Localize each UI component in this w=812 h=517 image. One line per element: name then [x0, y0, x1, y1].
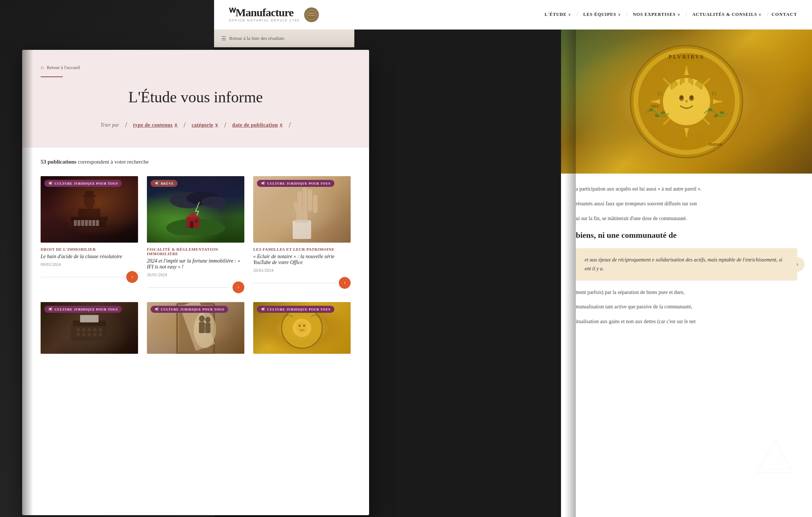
card-2-arrow[interactable]: › — [233, 281, 244, 293]
breadcrumb-text: Retour à l'accueil — [47, 65, 80, 71]
svg-rect-52 — [205, 323, 210, 333]
card-2-category: fiscalité & réglementation immobilière — [147, 247, 244, 256]
filter-type-contenus[interactable]: type de contenus ∨ — [133, 122, 178, 128]
card-3-footer: › — [253, 277, 351, 289]
card-4[interactable]: 📢 CULTURE JURIDIQUE POUR TOUS — [41, 302, 138, 358]
svg-point-41 — [87, 333, 91, 336]
actualites-chevron: ∨ — [758, 13, 761, 17]
results-number: 53 publications — [41, 159, 76, 165]
svg-text:NEC: NEC — [651, 104, 660, 108]
svg-text:H: H — [657, 90, 662, 97]
filter-slash-2: / — [184, 121, 186, 129]
cards-row-2: 📢 CULTURE JURIDIQUE POUR TOUS — [41, 302, 351, 358]
results-count: 53 publications correspondent à votre re… — [41, 159, 351, 165]
svg-point-49 — [199, 315, 205, 322]
etude-chevron: ∨ — [568, 13, 571, 17]
nav-item-expertises[interactable]: NOS EXPERTISES ∨ — [631, 10, 682, 19]
return-to-results-bar[interactable]: ☰ Retour à la liste des résultats — [214, 30, 354, 47]
article-text-5: mutualisation tant active que passive de… — [576, 302, 797, 311]
article-hero-image: PLVRIBVS — [561, 30, 812, 174]
article-text-6: itualisation aux gains et non aux dettes… — [576, 317, 797, 326]
filter-chevron-2: ∨ — [215, 122, 219, 128]
card-6-image: PLVRIBVS 📢 CULTURE JURIDIQUE POUR TOUS — [253, 302, 351, 354]
card-3-date: 26/01/2024 — [253, 268, 351, 273]
card-1[interactable]: 📢 CULTURE JURIDIQUE POUR TOUS Droit de l… — [41, 176, 138, 293]
filter-slash-4: / — [289, 121, 291, 129]
return-text: Retour à la liste des résultats — [229, 35, 284, 41]
svg-rect-8 — [78, 220, 80, 226]
card-1-category: Droit de l'immobilier — [41, 247, 138, 251]
card-4-badge: 📢 CULTURE JURIDIQUE POUR TOUS — [44, 306, 122, 313]
equipes-chevron: ∨ — [618, 13, 621, 17]
card-1-date: 09/03/2024 — [41, 262, 138, 267]
results-section: 53 publications correspondent à votre re… — [22, 148, 369, 369]
main-panel: ⌂ Retour à l'accueil L'Étude vous inform… — [22, 50, 369, 515]
card-3-line — [253, 283, 336, 283]
cards-row-1: 📢 CULTURE JURIDIQUE POUR TOUS Droit de l… — [41, 176, 351, 293]
svg-point-51 — [205, 317, 210, 323]
nav-item-equipes[interactable]: LES ÉQUIPES ∨ — [581, 10, 623, 19]
card-3-category: Les familles et leur patrimoine — [253, 247, 351, 251]
breadcrumb[interactable]: ⌂ Retour à l'accueil — [41, 65, 351, 71]
filter-categorie[interactable]: catégorie ∨ — [192, 122, 218, 128]
card-2[interactable]: 📢 BRÈVE fiscalité & réglementation immob… — [147, 176, 244, 293]
list-icon: ☰ — [221, 35, 226, 42]
svg-point-57 — [303, 325, 305, 327]
svg-point-37 — [93, 328, 97, 332]
logo-subtitle: OFFICE NOTARIAL DEPUIS 1785 — [229, 19, 300, 22]
nav-menu: L'ÉTUDE ∨ / LES ÉQUIPES ∨ / NOS EXPERTIS… — [543, 10, 797, 19]
svg-text:IMPAR: IMPAR — [709, 142, 723, 147]
svg-rect-12 — [92, 220, 95, 226]
triangle-decoration — [753, 436, 797, 480]
card-5-badge: 📢 CULTURE JURIDIQUE POUR TOUS — [151, 306, 228, 313]
navbar: ᵂManufacture OFFICE NOTARIAL DEPUIS 1785… — [214, 0, 812, 30]
nav-sep-4: / — [767, 11, 768, 18]
article-callout-text: et aux époux de réciproquement e solidar… — [585, 256, 788, 273]
article-highlight-1: biens, ni une communauté de — [576, 230, 797, 241]
card-2-line — [147, 287, 230, 288]
svg-rect-30 — [293, 220, 311, 239]
right-article-panel: PLVRIBVS — [561, 30, 812, 517]
filter-date[interactable]: date de publication ∨ — [232, 122, 283, 128]
logo[interactable]: ᵂManufacture OFFICE NOTARIAL DEPUIS 1785… — [229, 7, 319, 22]
svg-point-43 — [99, 333, 102, 336]
svg-rect-13 — [96, 220, 99, 226]
card-3-title: « Eclair de notaire » : la nouvelle séri… — [253, 254, 351, 266]
card-5-image: 📢 CULTURE JURIDIQUE POUR TOUS — [147, 302, 244, 354]
article-image-overlay: PLVRIBVS — [561, 30, 812, 174]
svg-rect-31 — [295, 220, 309, 223]
nav-item-etude[interactable]: L'ÉTUDE ∨ — [543, 10, 574, 19]
card-2-image: 📢 BRÈVE — [147, 176, 244, 243]
svg-point-83 — [690, 96, 693, 99]
filter-slash-1: / — [125, 121, 127, 129]
card-2-badge: 📢 BRÈVE — [151, 180, 178, 187]
card-2-title: 2024 et l'impôt sur la fortune immobiliè… — [147, 258, 244, 270]
page-title: L'Étude vous informe — [41, 88, 351, 106]
card-6[interactable]: PLVRIBVS 📢 CULTURE JURIDIQUE POUR TOUS — [253, 302, 351, 358]
card-3-arrow[interactable]: › — [339, 277, 351, 289]
callout-arrow[interactable]: › — [790, 257, 805, 272]
article-text-3: ui sur la fin, se mâtinerait d'une dose … — [576, 214, 797, 223]
filter-bar: Trier par / type de contenus ∨ / catégor… — [41, 121, 351, 129]
svg-rect-11 — [89, 220, 92, 226]
svg-rect-22 — [190, 221, 193, 228]
card-1-arrow[interactable]: › — [126, 271, 138, 283]
nav-sep-2: / — [626, 11, 628, 18]
breadcrumb-underline — [41, 76, 63, 77]
svg-point-67 — [663, 78, 710, 125]
svg-point-34 — [76, 328, 80, 332]
svg-rect-27 — [308, 189, 312, 211]
card-2-date: 26/01/2024 — [147, 272, 244, 278]
nav-item-contact[interactable]: CONTACT — [771, 12, 797, 17]
article-content: a participation aux acquêts est lui auss… — [561, 174, 812, 343]
filter-slash-3: / — [224, 121, 227, 129]
card-1-line — [41, 277, 123, 277]
card-5[interactable]: 📢 CULTURE JURIDIQUE POUR TOUS — [147, 302, 244, 358]
svg-text:de France: de France — [308, 14, 315, 16]
card-4-image: 📢 CULTURE JURIDIQUE POUR TOUS — [41, 302, 138, 354]
card-3[interactable]: 📢 CULTURE JURIDIQUE POUR TOUS Les famill… — [253, 176, 351, 293]
nav-item-actualites[interactable]: ACTUALITÉS & CONSEILS ∨ — [690, 10, 764, 19]
svg-point-82 — [680, 96, 683, 99]
home-icon: ⌂ — [41, 65, 44, 71]
svg-rect-44 — [80, 315, 99, 322]
